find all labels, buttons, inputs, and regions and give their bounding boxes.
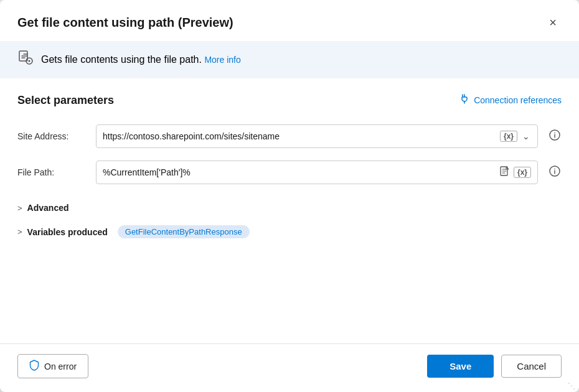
- more-info-link[interactable]: More info: [204, 55, 240, 65]
- site-address-info-button[interactable]: [548, 129, 562, 143]
- file-path-controls: {x}: [500, 166, 531, 179]
- site-address-label: Site Address:: [17, 131, 86, 141]
- dialog-title: Get file content using path (Preview): [17, 16, 233, 30]
- save-button[interactable]: Save: [427, 355, 494, 378]
- params-title: Select parameters: [17, 94, 114, 107]
- variables-row[interactable]: > Variables produced GetFileContentByPat…: [17, 219, 562, 245]
- variables-chevron-icon: >: [17, 227, 22, 236]
- site-address-variable-button[interactable]: {x}: [500, 131, 517, 142]
- connection-references-label: Connection references: [474, 95, 562, 105]
- footer-right: Save Cancel: [427, 355, 562, 378]
- site-address-controls: {x} ⌄: [500, 131, 531, 142]
- site-address-row: Site Address: {x} ⌄: [17, 124, 562, 148]
- site-address-input-wrap[interactable]: {x} ⌄: [96, 124, 538, 148]
- connection-icon: [459, 93, 470, 107]
- svg-point-7: [554, 169, 555, 170]
- file-path-variable-button[interactable]: {x}: [514, 167, 531, 178]
- site-address-chevron-button[interactable]: ⌄: [521, 131, 531, 141]
- dialog: Get file content using path (Preview) × …: [0, 0, 579, 392]
- info-text: Gets file contents using the file path. …: [41, 54, 241, 65]
- site-address-input[interactable]: [103, 131, 495, 141]
- variable-badge: GetFileContentByPathResponse: [118, 225, 250, 238]
- dialog-body: Select parameters Connection references …: [0, 78, 579, 343]
- variables-label: Variables produced: [27, 227, 108, 237]
- file-path-label: File Path:: [17, 167, 86, 177]
- advanced-row[interactable]: > Advanced: [17, 197, 562, 219]
- file-path-input[interactable]: [103, 167, 495, 177]
- on-error-button[interactable]: On error: [17, 354, 88, 378]
- file-icon: [500, 166, 510, 179]
- dialog-header: Get file content using path (Preview) ×: [0, 0, 579, 41]
- info-gear-icon: [17, 50, 34, 70]
- params-header: Select parameters Connection references: [17, 93, 562, 107]
- file-path-row: File Path: {x}: [17, 161, 562, 184]
- cancel-button[interactable]: Cancel: [501, 355, 562, 378]
- connection-references-button[interactable]: Connection references: [459, 93, 562, 107]
- close-button[interactable]: ×: [544, 14, 562, 31]
- dialog-footer: On error Save Cancel: [0, 343, 579, 392]
- svg-point-2: [29, 60, 31, 62]
- shield-icon: [29, 360, 39, 373]
- file-path-info-button[interactable]: [548, 166, 562, 179]
- svg-point-4: [554, 133, 555, 134]
- on-error-label: On error: [44, 362, 77, 371]
- advanced-label: Advanced: [27, 203, 69, 213]
- file-path-input-wrap[interactable]: {x}: [96, 161, 538, 184]
- advanced-chevron-icon: >: [17, 203, 22, 213]
- info-banner: Gets file contents using the file path. …: [0, 41, 579, 78]
